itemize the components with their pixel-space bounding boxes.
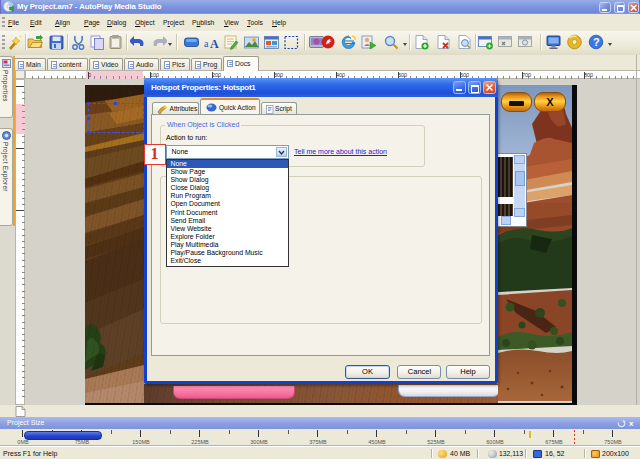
svg-text:A: A xyxy=(210,37,219,51)
svg-text:a: a xyxy=(204,38,209,49)
svg-text:?: ? xyxy=(593,36,600,48)
